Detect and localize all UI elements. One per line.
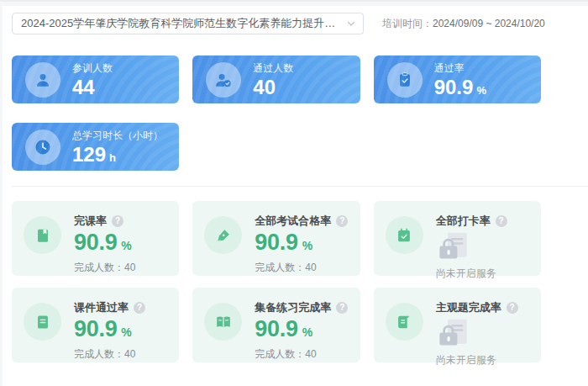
stat-label-row: 完课率 bbox=[74, 214, 135, 229]
user-check-icon bbox=[206, 62, 241, 98]
stat-unit: % bbox=[121, 239, 131, 252]
open-book-icon bbox=[204, 303, 242, 341]
stat-value-row: 90.9% bbox=[74, 231, 135, 254]
stat-label-row: 全部考试合格率 bbox=[255, 214, 348, 229]
stat-value: 90.9 bbox=[255, 318, 297, 341]
question-mark-icon[interactable] bbox=[496, 215, 507, 227]
stat-unit: % bbox=[476, 85, 486, 97]
stat-value: 90.9 bbox=[255, 231, 297, 254]
stat-label: 参训人数 bbox=[72, 61, 113, 76]
stat-sub: 完成人数：40 bbox=[255, 261, 348, 275]
stat-value: 40 bbox=[253, 77, 276, 98]
detail-card-subjective-question-completion-rate: 主观题完成率 尚未开启服务 bbox=[374, 288, 541, 362]
stat-value-row: 90.9% bbox=[255, 318, 348, 341]
detail-card-courseware-pass-rate: 课件通过率 90.9% 完成人数：40 bbox=[12, 288, 179, 362]
stat-info: 完课率 90.9% 完成人数：40 bbox=[74, 214, 135, 275]
stat-label: 完课率 bbox=[74, 214, 107, 229]
section-divider bbox=[12, 186, 588, 187]
stat-info: 全部打卡率 尚未开启服务 bbox=[436, 214, 507, 281]
stat-unit: % bbox=[121, 325, 131, 339]
lock-icon bbox=[436, 249, 471, 263]
summary-card-trainee-count: 参训人数 44 bbox=[12, 56, 179, 103]
stat-info: 参训人数 44 bbox=[72, 61, 113, 98]
stat-label: 通过人数 bbox=[253, 61, 293, 76]
question-mark-icon[interactable] bbox=[134, 302, 145, 314]
stat-label: 集备练习完成率 bbox=[255, 300, 331, 315]
file-icon bbox=[24, 303, 61, 341]
detail-card-all-checkin-rate: 全部打卡率 尚未开启服务 bbox=[374, 201, 541, 276]
stat-unit: % bbox=[302, 239, 312, 252]
stat-info: 通过率 90.9% bbox=[434, 61, 486, 98]
stat-label: 课件通过率 bbox=[74, 300, 129, 315]
header: 2024-2025学年肇庆学院教育科学院师范生数字化素养能力提升培训 培训时间：… bbox=[12, 13, 588, 34]
question-mark-icon[interactable] bbox=[336, 302, 348, 314]
stat-label-row: 主观题完成率 bbox=[436, 300, 518, 315]
stat-value: 44 bbox=[72, 77, 95, 98]
detail-card-all-exam-pass-rate: 全部考试合格率 90.9% 完成人数：40 bbox=[192, 201, 360, 276]
training-time: 培训时间：2024/09/09 ~ 2024/10/20 bbox=[382, 17, 545, 31]
scroll-icon bbox=[386, 303, 423, 341]
stat-label: 全部打卡率 bbox=[436, 214, 491, 229]
stat-label: 总学习时长（小时） bbox=[72, 129, 163, 143]
detail-card-course-completion-rate: 完课率 90.9% 完成人数：40 bbox=[12, 201, 179, 276]
course-select-value: 2024-2025学年肇庆学院教育科学院师范生数字化素养能力提升培训 bbox=[13, 16, 363, 31]
stat-info: 集备练习完成率 90.9% 完成人数：40 bbox=[255, 300, 348, 362]
stat-value-row: 90.9% bbox=[434, 77, 486, 98]
stat-sub: 完成人数：40 bbox=[255, 347, 348, 362]
training-dashboard: 2024-2025学年肇庆学院教育科学院师范生数字化素养能力提升培训 培训时间：… bbox=[0, 0, 588, 386]
course-select[interactable]: 2024-2025学年肇庆学院教育科学院师范生数字化素养能力提升培训 bbox=[12, 13, 364, 34]
training-time-value: 2024/09/09 ~ 2024/10/20 bbox=[433, 18, 545, 29]
stat-value-row: 90.9% bbox=[255, 231, 348, 254]
locked-text: 尚未开启服务 bbox=[436, 353, 518, 367]
summary-card-pass-rate: 通过率 90.9% bbox=[374, 56, 541, 103]
pen-icon bbox=[204, 216, 242, 254]
stat-info: 课件通过率 90.9% 完成人数：40 bbox=[74, 300, 145, 362]
stat-label: 主观题完成率 bbox=[436, 300, 501, 315]
detail-stats-section: 完课率 90.9% 完成人数：40 bbox=[12, 201, 541, 362]
summary-card-total-study-hours: 总学习时长（小时） 129h bbox=[12, 123, 179, 171]
chevron-down-icon bbox=[346, 19, 356, 29]
stat-value-row: 129h bbox=[72, 144, 163, 165]
summary-stats-section: 参训人数 44 通过人数 40 通过率 90.9% 总学习时长（小时） 129h bbox=[12, 56, 541, 171]
locked-service: 尚未开启服务 bbox=[436, 318, 518, 367]
stat-label-row: 集备练习完成率 bbox=[255, 300, 348, 315]
stat-sub: 完成人数：40 bbox=[74, 347, 145, 362]
lock-icon bbox=[436, 336, 471, 350]
summary-card-passed-count: 通过人数 40 bbox=[192, 56, 360, 103]
locked-service: 尚未开启服务 bbox=[436, 231, 507, 281]
stat-value-row: 44 bbox=[72, 77, 113, 98]
stat-value: 90.9 bbox=[74, 231, 117, 254]
training-time-label: 培训时间： bbox=[382, 18, 433, 29]
stat-value: 90.9 bbox=[74, 318, 117, 341]
stat-unit: h bbox=[109, 152, 116, 164]
stat-sub: 完成人数：40 bbox=[74, 261, 135, 275]
stat-label-row: 全部打卡率 bbox=[436, 214, 507, 229]
stat-label: 全部考试合格率 bbox=[255, 214, 331, 229]
question-mark-icon[interactable] bbox=[112, 215, 123, 227]
stat-value: 90.9 bbox=[434, 77, 474, 98]
stat-value-row: 40 bbox=[253, 77, 293, 98]
stat-value: 129 bbox=[72, 144, 106, 165]
detail-card-group-practice-completion-rate: 集备练习完成率 90.9% 完成人数：40 bbox=[192, 288, 360, 362]
bookmark-icon bbox=[24, 216, 61, 254]
question-mark-icon[interactable] bbox=[336, 215, 348, 227]
stat-value-row: 90.9% bbox=[74, 318, 145, 341]
stat-info: 通过人数 40 bbox=[253, 61, 293, 98]
question-mark-icon[interactable] bbox=[507, 302, 518, 314]
stat-info: 全部考试合格率 90.9% 完成人数：40 bbox=[255, 214, 348, 275]
user-icon bbox=[25, 62, 60, 98]
stat-label: 通过率 bbox=[434, 61, 486, 76]
clock-icon bbox=[25, 130, 60, 165]
clipboard-check-icon bbox=[387, 62, 423, 98]
page-top-edge bbox=[0, 0, 588, 6]
stat-info: 主观题完成率 尚未开启服务 bbox=[436, 300, 518, 367]
page-left-edge bbox=[0, 6, 3, 386]
locked-text: 尚未开启服务 bbox=[436, 267, 507, 281]
stat-label-row: 课件通过率 bbox=[74, 300, 145, 315]
stat-info: 总学习时长（小时） 129h bbox=[72, 129, 163, 165]
calendar-check-icon bbox=[386, 216, 423, 254]
stat-unit: % bbox=[302, 325, 312, 339]
